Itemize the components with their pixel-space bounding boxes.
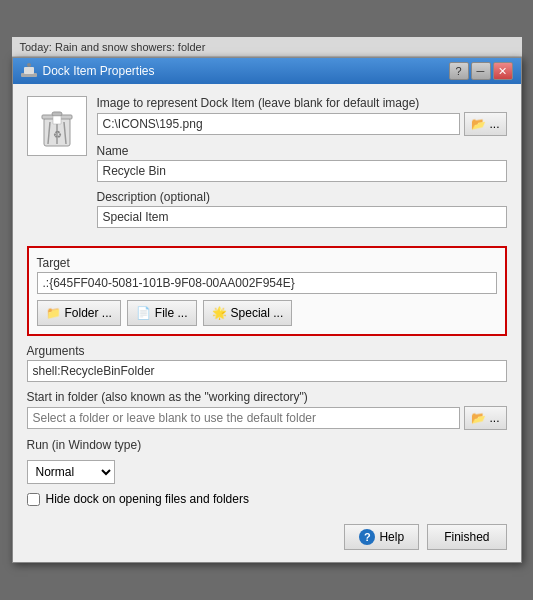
minimize-btn[interactable]: ─ [471,62,491,80]
description-input[interactable] [97,206,507,228]
top-section: ♻ Image to represent Dock Item (leave bl… [27,96,507,236]
name-input[interactable] [97,160,507,182]
window-body: ♻ Image to represent Dock Item (leave bl… [13,84,521,562]
help-title-btn[interactable]: ? [449,62,469,80]
image-input[interactable] [97,113,461,135]
title-bar: Dock Item Properties ? ─ ✕ [13,58,521,84]
start-in-folder-icon: 📂 [471,411,486,425]
notification-text: Today: Rain and snow showers: folder [20,41,206,53]
svg-text:♻: ♻ [52,129,61,140]
help-button[interactable]: ? Help [344,524,419,550]
folder-btn[interactable]: 📁 Folder ... [37,300,121,326]
image-input-row: 📂 ... [97,112,507,136]
dialog-window: Dock Item Properties ? ─ ✕ [12,57,522,563]
image-label: Image to represent Dock Item (leave blan… [97,96,507,110]
top-fields: Image to represent Dock Item (leave blan… [97,96,507,236]
start-in-input-row: 📂 ... [27,406,507,430]
file-btn[interactable]: 📄 File ... [127,300,197,326]
special-btn-label: Special ... [231,306,284,320]
image-browse-btn[interactable]: 📂 ... [464,112,506,136]
run-row: Run (in Window type) [27,438,507,452]
help-icon: ? [359,529,375,545]
start-in-input[interactable] [27,407,461,429]
target-label: Target [37,256,497,270]
target-input[interactable] [37,272,497,294]
window-title: Dock Item Properties [43,64,155,78]
svg-rect-1 [24,67,34,74]
footer: ? Help Finished [27,518,507,550]
image-row: Image to represent Dock Item (leave blan… [97,96,507,136]
name-row: Name [97,144,507,182]
file-btn-label: File ... [155,306,188,320]
arguments-label: Arguments [27,344,507,358]
icon-preview: ♻ [27,96,87,156]
hide-dock-label: Hide dock on opening files and folders [46,492,249,506]
start-in-browse-label: ... [489,411,499,425]
browse-label: ... [489,117,499,131]
notification-bar: Today: Rain and snow showers: folder [12,37,522,57]
window-icon [21,63,37,79]
start-in-browse-btn[interactable]: 📂 ... [464,406,506,430]
help-label: Help [379,530,404,544]
name-label: Name [97,144,507,158]
svg-point-2 [27,63,31,67]
title-bar-left: Dock Item Properties [21,63,155,79]
start-in-row: Start in folder (also known as the "work… [27,390,507,430]
svg-marker-9 [53,116,61,124]
run-select-row: Normal Minimized Maximized [27,460,507,484]
folder-btn-icon: 📁 [46,306,61,320]
folder-icon: 📂 [471,117,486,131]
arguments-row: Arguments [27,344,507,382]
description-label: Description (optional) [97,190,507,204]
special-btn-icon: 🌟 [212,306,227,320]
checkbox-row: Hide dock on opening files and folders [27,492,507,506]
arguments-input[interactable] [27,360,507,382]
title-bar-controls: ? ─ ✕ [449,62,513,80]
finished-button[interactable]: Finished [427,524,506,550]
target-buttons: 📁 Folder ... 📄 File ... 🌟 Special ... [37,300,497,326]
close-btn[interactable]: ✕ [493,62,513,80]
file-btn-icon: 📄 [136,306,151,320]
description-row: Description (optional) [97,190,507,228]
run-label: Run (in Window type) [27,438,142,452]
special-btn[interactable]: 🌟 Special ... [203,300,293,326]
run-select[interactable]: Normal Minimized Maximized [27,460,115,484]
hide-dock-checkbox[interactable] [27,493,40,506]
folder-btn-label: Folder ... [65,306,112,320]
svg-rect-8 [52,112,62,116]
start-in-label: Start in folder (also known as the "work… [27,390,507,404]
target-box: Target 📁 Folder ... 📄 File ... 🌟 Special… [27,246,507,336]
